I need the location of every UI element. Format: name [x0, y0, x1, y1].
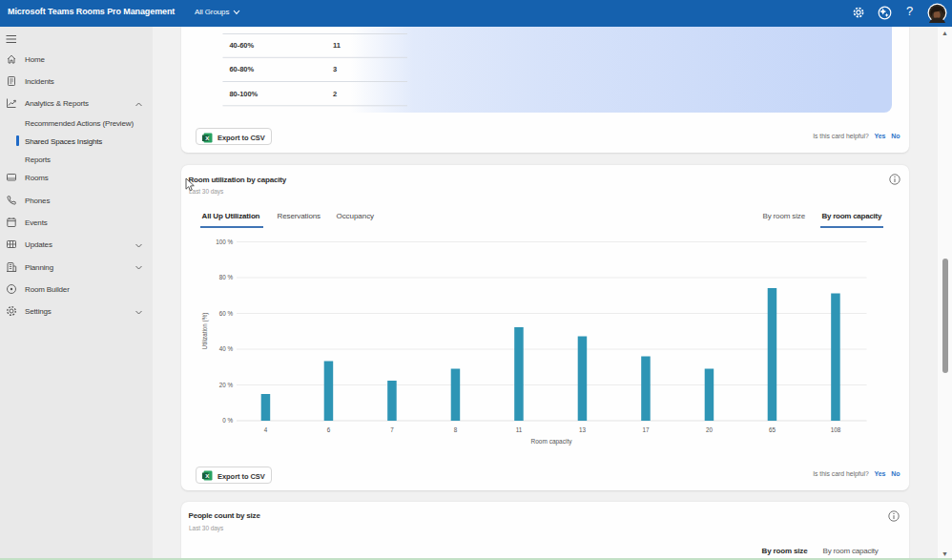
- svg-text:X: X: [205, 473, 209, 479]
- svg-text:40 %: 40 %: [218, 345, 233, 352]
- svg-text:8: 8: [453, 426, 457, 433]
- svg-text:60 %: 60 %: [218, 309, 233, 316]
- svg-text:7: 7: [390, 426, 394, 433]
- svg-text:11: 11: [515, 426, 522, 433]
- svg-text:80-100%: 80-100%: [229, 90, 258, 98]
- svg-text:6: 6: [326, 426, 330, 433]
- svg-text:Utilization (%): Utilization (%): [201, 312, 209, 349]
- svg-text:X: X: [205, 135, 209, 140]
- svg-text:40-60%: 40-60%: [229, 41, 254, 50]
- svg-text:2: 2: [333, 90, 337, 98]
- svg-text:108: 108: [830, 426, 840, 433]
- svg-text:20: 20: [705, 426, 713, 433]
- svg-text:17: 17: [642, 426, 650, 433]
- svg-text:20 %: 20 %: [218, 381, 233, 387]
- svg-text:60-80%: 60-80%: [229, 65, 254, 73]
- svg-text:0 %: 0 %: [222, 417, 233, 424]
- svg-text:100 %: 100 %: [216, 238, 233, 244]
- svg-text:Room capacity: Room capacity: [530, 438, 572, 446]
- svg-text:13: 13: [578, 426, 586, 433]
- svg-text:11: 11: [333, 41, 341, 50]
- svg-text:4: 4: [263, 426, 267, 433]
- svg-text:80 %: 80 %: [218, 274, 233, 280]
- svg-text:3: 3: [333, 65, 337, 73]
- svg-text:65: 65: [768, 426, 776, 433]
